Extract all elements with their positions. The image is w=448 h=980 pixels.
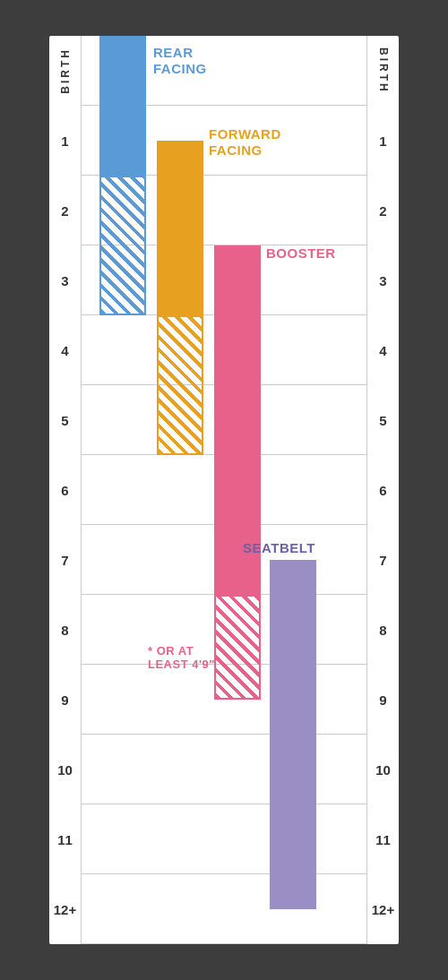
chart-row: BIRTHBIRTH — [49, 36, 399, 106]
age-label-left: 12+ — [49, 874, 82, 944]
chart-row: 1111 — [49, 804, 399, 874]
chart-row: 33 — [49, 245, 399, 315]
age-label-right: 5 — [366, 385, 399, 455]
chart-row: 11 — [49, 106, 399, 176]
chart-row: 66 — [49, 455, 399, 525]
chart-row: 1010 — [49, 735, 399, 804]
age-label-left: 9 — [49, 665, 82, 735]
age-label-left: 2 — [49, 176, 82, 245]
chart-container: BIRTHBIRTH1122334455667788991010111112+1… — [49, 36, 399, 944]
age-label-left: 11 — [49, 804, 82, 874]
chart-row: 88 — [49, 595, 399, 665]
chart-row: 44 — [49, 315, 399, 385]
birth-label-right: BIRTH — [377, 47, 390, 94]
chart-row: 22 — [49, 176, 399, 245]
age-label-right: 8 — [366, 595, 399, 665]
age-label-left: 6 — [49, 455, 82, 525]
chart-row: 77 — [49, 525, 399, 595]
age-label-left: 4 — [49, 315, 82, 385]
age-label-right: 3 — [366, 245, 399, 315]
age-label-left: 10 — [49, 735, 82, 804]
age-label-right: 2 — [366, 176, 399, 245]
chart-row: 12+12+ — [49, 874, 399, 944]
age-label-right: 10 — [366, 735, 399, 804]
chart-row: 99 — [49, 665, 399, 735]
age-label-right: 7 — [366, 525, 399, 595]
age-label-left: 1 — [49, 106, 82, 176]
birth-label-left: BIRTH — [59, 47, 72, 94]
age-label-right: 6 — [366, 455, 399, 525]
age-label-right: 1 — [366, 106, 399, 176]
age-label-right: 9 — [366, 665, 399, 735]
age-label-left: 7 — [49, 525, 82, 595]
age-label-left: 3 — [49, 245, 82, 315]
age-label-left: 5 — [49, 385, 82, 455]
chart-rows: BIRTHBIRTH1122334455667788991010111112+1… — [49, 36, 399, 944]
age-label-right: 12+ — [366, 874, 399, 944]
age-label-right: 4 — [366, 315, 399, 385]
age-label-left: 8 — [49, 595, 82, 665]
chart-row: 55 — [49, 385, 399, 455]
page-title — [215, 0, 233, 36]
age-label-right: 11 — [366, 804, 399, 874]
